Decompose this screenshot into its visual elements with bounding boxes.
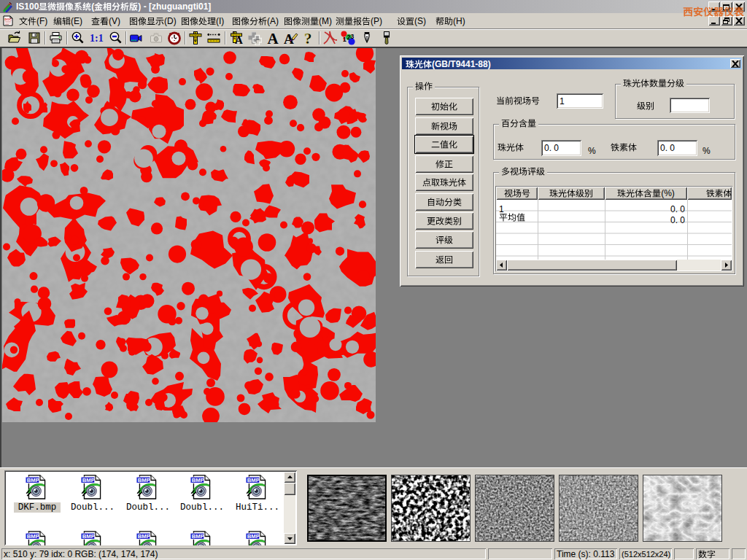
svg-text:DOC: DOC [5,18,12,21]
svg-text:BMP: BMP [192,533,204,540]
svg-text:?: ? [304,31,312,45]
svg-text:1:1: 1:1 [90,33,104,44]
svg-text:BMP: BMP [247,533,260,540]
svg-text:A: A [268,31,279,45]
svg-text:BMP: BMP [82,477,95,483]
svg-text:BMP: BMP [27,477,39,483]
svg-text:BMP: BMP [192,477,204,483]
svg-text:E: E [195,39,197,44]
svg-text:BMP: BMP [247,477,260,483]
svg-text:BMP: BMP [27,533,39,540]
svg-text:BMP: BMP [82,533,95,540]
svg-text:A: A [235,34,243,45]
svg-text:3: 3 [351,33,355,40]
svg-text:BMP: BMP [138,477,150,483]
svg-text:BMP: BMP [138,533,150,540]
